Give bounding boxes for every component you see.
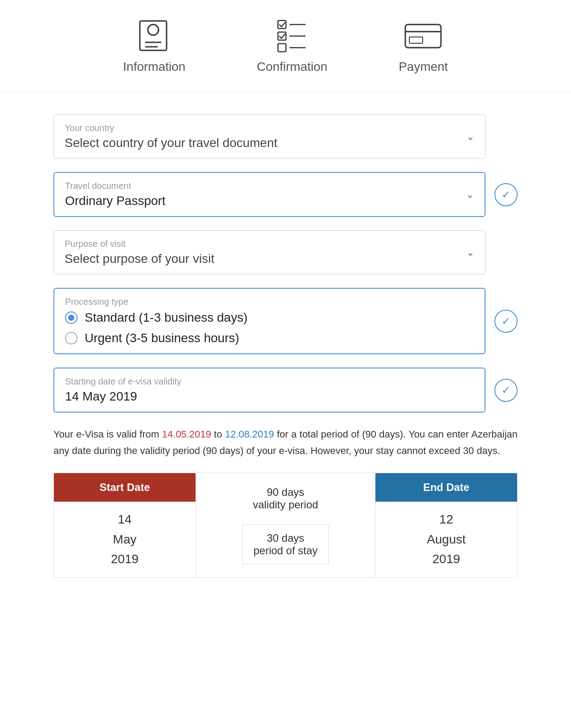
start-date-label: Starting date of e-visa validity — [65, 376, 474, 387]
travel-document-chevron-icon: ⌄ — [466, 189, 474, 200]
main-content: Your country Select country of your trav… — [0, 92, 571, 600]
start-day: 14 — [118, 510, 131, 530]
country-label: Your country — [65, 123, 474, 133]
processing-type-field: Processing type Standard (1-3 business d… — [53, 288, 485, 354]
processing-type-check-icon: ✓ — [494, 310, 518, 333]
step-confirmation-label: Confirmation — [257, 60, 327, 74]
standard-radio-button[interactable] — [65, 311, 77, 324]
stay-days-label: 30 days period of stay — [242, 524, 329, 564]
travel-document-value: Ordinary Passport — [65, 194, 474, 208]
svg-rect-12 — [409, 37, 423, 43]
date-summary: Start Date 14 May 2019 90 days validity … — [53, 473, 518, 578]
purpose-value: Select purpose of your visit — [65, 252, 474, 266]
validity-info-text: Your e-Visa is valid from 14.05.2019 to … — [53, 426, 518, 459]
validity-end-date: 12.08.2019 — [225, 429, 274, 440]
start-month: May — [113, 530, 137, 550]
start-date-value: 14 May 2019 — [65, 389, 474, 404]
validity-days-label: 90 days validity period — [253, 486, 318, 511]
purpose-field-wrapper: Purpose of visit Select purpose of your … — [53, 230, 518, 274]
country-field[interactable]: Your country Select country of your trav… — [53, 115, 485, 159]
end-year: 2019 — [432, 549, 460, 569]
processing-type-radio-group: Standard (1-3 business days) Urgent (3-5… — [65, 311, 474, 345]
svg-rect-4 — [278, 20, 286, 29]
urgent-radio-button[interactable] — [65, 332, 77, 344]
purpose-label: Purpose of visit — [65, 239, 474, 249]
middle-column: 90 days validity period 30 days period o… — [196, 473, 375, 577]
country-value: Select country of your travel document — [65, 136, 474, 150]
processing-type-label: Processing type — [65, 297, 474, 307]
end-month: August — [427, 530, 465, 550]
travel-document-check-icon: ✓ — [494, 183, 518, 206]
country-field-wrapper: Your country Select country of your trav… — [53, 115, 518, 159]
step-payment-label: Payment — [399, 60, 448, 74]
credit-card-icon — [403, 18, 443, 53]
svg-rect-8 — [278, 44, 286, 52]
travel-document-label: Travel document — [65, 181, 474, 191]
purpose-field[interactable]: Purpose of visit Select purpose of your … — [53, 230, 485, 274]
step-information-label: Information — [123, 60, 185, 74]
purpose-chevron-icon: ⌄ — [466, 247, 474, 258]
validity-start-date: 14.05.2019 — [162, 429, 211, 440]
processing-type-field-wrapper: Processing type Standard (1-3 business d… — [53, 288, 518, 354]
urgent-label: Urgent (3-5 business hours) — [85, 331, 239, 345]
person-document-icon — [134, 18, 174, 53]
end-date-body: 12 August 2019 — [422, 502, 470, 577]
start-date-column: Start Date 14 May 2019 — [54, 473, 196, 577]
svg-point-1 — [148, 25, 159, 35]
travel-document-field[interactable]: Travel document Ordinary Passport ⌄ — [53, 172, 485, 217]
step-payment[interactable]: Payment — [399, 18, 448, 74]
start-date-header: Start Date — [54, 473, 196, 502]
processing-urgent-option[interactable]: Urgent (3-5 business hours) — [65, 331, 474, 345]
processing-standard-option[interactable]: Standard (1-3 business days) — [65, 311, 474, 325]
end-day: 12 — [439, 510, 453, 530]
end-date-header: End Date — [375, 473, 517, 502]
start-date-field-wrapper: Starting date of e-visa validity 14 May … — [53, 368, 518, 413]
start-year: 2019 — [111, 549, 139, 569]
step-confirmation[interactable]: Confirmation — [257, 18, 327, 74]
travel-document-field-wrapper: Travel document Ordinary Passport ⌄ ✓ — [53, 172, 518, 217]
step-information[interactable]: Information — [123, 18, 185, 74]
start-date-body: 14 May 2019 — [106, 502, 143, 577]
steps-header: Information Confirmation — [0, 0, 571, 92]
end-date-column: End Date 12 August 2019 — [375, 473, 517, 577]
start-date-check-icon: ✓ — [494, 379, 518, 402]
country-chevron-icon: ⌄ — [466, 131, 474, 143]
standard-radio-inner — [68, 315, 74, 321]
start-date-field[interactable]: Starting date of e-visa validity 14 May … — [53, 368, 485, 413]
checklist-icon — [272, 18, 312, 53]
standard-label: Standard (1-3 business days) — [85, 311, 248, 325]
svg-rect-6 — [278, 32, 286, 40]
svg-rect-10 — [405, 25, 441, 48]
